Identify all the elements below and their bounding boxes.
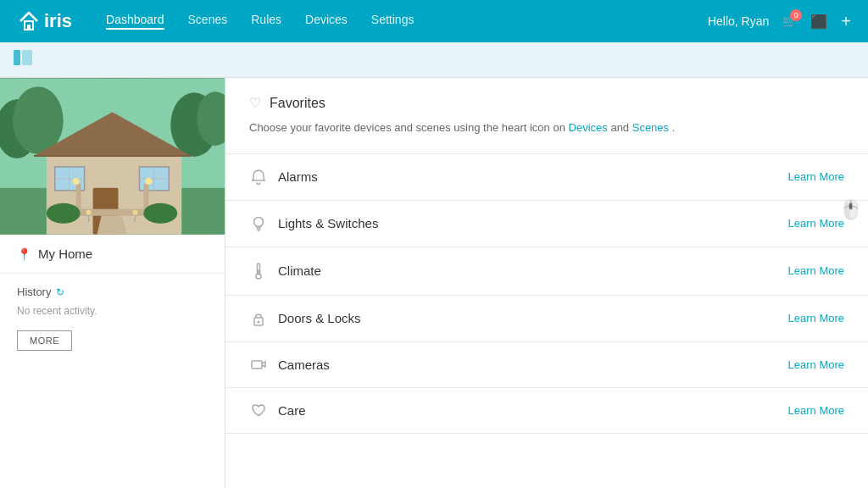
add-icon[interactable]: + [841, 12, 851, 31]
heart-icon: ♡ [249, 95, 261, 111]
doors-label: Doors & Locks [278, 311, 788, 325]
devices-link[interactable]: Devices [569, 121, 608, 134]
favorites-title: Favorites [270, 96, 326, 111]
svg-rect-2 [14, 50, 20, 65]
lights-learn-more[interactable]: Learn More [788, 217, 844, 230]
history-label: History [17, 286, 51, 298]
climate-row[interactable]: Climate Learn More [225, 247, 868, 296]
content-area: ♡ Favorites Choose your favorite devices… [225, 78, 868, 488]
thermometer-icon [249, 263, 268, 280]
no-activity-text: No recent activity. [17, 305, 208, 317]
history-section: History ↻ No recent activity. MORE [0, 274, 225, 488]
more-button[interactable]: MORE [17, 330, 72, 351]
svg-rect-40 [252, 361, 262, 369]
nav-dashboard[interactable]: Dashboard [106, 13, 164, 30]
alarms-learn-more[interactable]: Learn More [788, 170, 844, 183]
bulb-icon [249, 216, 268, 231]
svg-point-30 [86, 210, 92, 215]
nav-rules[interactable]: Rules [251, 13, 281, 30]
svg-rect-1 [27, 25, 31, 30]
scenes-link[interactable]: Scenes [632, 121, 669, 134]
header: iris Dashboard Scenes Rules Devices Sett… [0, 0, 868, 42]
svg-point-39 [258, 320, 260, 323]
nav-devices[interactable]: Devices [305, 13, 348, 30]
lights-label: Lights & Switches [278, 216, 788, 230]
care-row[interactable]: Care Learn More [225, 388, 868, 434]
history-title: History ↻ [17, 286, 208, 298]
header-right: Hello, Ryan 🛒 0 ⬛ + [708, 12, 851, 31]
sub-header [0, 42, 868, 78]
expand-icon[interactable] [14, 50, 32, 69]
main-nav: Dashboard Scenes Rules Devices Settings [106, 13, 708, 30]
svg-point-33 [258, 169, 259, 171]
svg-point-24 [73, 178, 80, 185]
favorites-desc-text: Choose your favorite devices and scenes … [249, 121, 565, 134]
favorites-title-row: ♡ Favorites [249, 95, 844, 111]
doors-learn-more[interactable]: Learn More [788, 312, 844, 324]
greeting-text: Hello, Ryan [708, 14, 769, 28]
nav-scenes[interactable]: Scenes [188, 13, 228, 30]
export-icon[interactable]: ⬛ [810, 14, 827, 30]
alarms-row[interactable]: Alarms Learn More [225, 154, 868, 201]
care-learn-more[interactable]: Learn More [788, 404, 844, 417]
alarms-label: Alarms [278, 169, 788, 184]
doors-row[interactable]: Doors & Locks Learn More [225, 296, 868, 342]
cameras-row[interactable]: Cameras Learn More [225, 342, 868, 388]
care-heart-icon [249, 404, 268, 417]
svg-point-25 [145, 178, 152, 185]
climate-label: Climate [278, 263, 788, 278]
main-layout: 📍 My Home History ↻ No recent activity. … [0, 78, 868, 488]
home-name-section: 📍 My Home [0, 235, 225, 274]
svg-marker-28 [97, 216, 127, 235]
location-pin-icon: 📍 [17, 247, 31, 261]
nav-settings[interactable]: Settings [371, 13, 415, 30]
svg-point-32 [132, 210, 137, 215]
home-name: My Home [38, 247, 92, 261]
cameras-learn-more[interactable]: Learn More [788, 358, 844, 371]
sidebar: 📍 My Home History ↻ No recent activity. … [0, 78, 225, 488]
favorites-section: ♡ Favorites Choose your favorite devices… [225, 78, 868, 154]
lights-row[interactable]: Lights & Switches Learn More [225, 201, 868, 247]
logo-text: iris [44, 10, 72, 32]
lock-icon [249, 311, 268, 326]
svg-point-34 [254, 217, 264, 226]
climate-learn-more[interactable]: Learn More [788, 264, 844, 277]
cart-badge: 0 [790, 9, 802, 21]
favorites-description: Choose your favorite devices and scenes … [249, 119, 844, 136]
care-label: Care [278, 403, 788, 418]
cart-icon[interactable]: 🛒 0 [782, 14, 797, 28]
house-image [0, 78, 225, 235]
favorites-and: and [610, 121, 632, 134]
bell-icon [249, 169, 268, 185]
refresh-icon[interactable]: ↻ [56, 286, 64, 298]
svg-rect-3 [22, 50, 32, 65]
camera-icon [249, 358, 268, 370]
favorites-period: . [672, 121, 676, 134]
logo-house-icon [17, 8, 41, 36]
svg-point-27 [143, 203, 177, 224]
svg-point-26 [47, 203, 81, 224]
cameras-label: Cameras [278, 358, 788, 372]
logo: iris [17, 8, 72, 36]
